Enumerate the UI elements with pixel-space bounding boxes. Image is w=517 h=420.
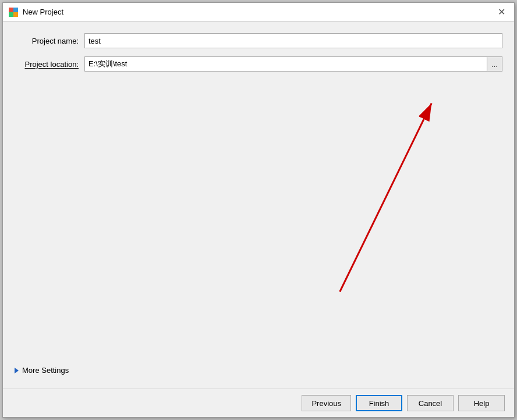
cancel-button[interactable]: Cancel bbox=[407, 395, 454, 411]
svg-rect-3 bbox=[13, 12, 18, 17]
project-location-row: Project location: ... bbox=[15, 56, 502, 72]
project-name-input[interactable] bbox=[84, 33, 502, 48]
close-button[interactable]: ✕ bbox=[494, 5, 508, 19]
project-location-label: Project location: bbox=[15, 60, 84, 69]
browse-button[interactable]: ... bbox=[487, 56, 502, 72]
svg-rect-1 bbox=[13, 8, 18, 12]
title-bar: New Project ✕ bbox=[3, 3, 514, 22]
new-project-dialog: New Project ✕ Project name: Project loca… bbox=[2, 2, 515, 418]
dialog-title: New Project bbox=[23, 8, 63, 16]
dialog-footer: Previous Finish Cancel Help bbox=[3, 389, 514, 417]
annotation-arrow bbox=[15, 80, 502, 362]
title-bar-left: New Project bbox=[9, 8, 63, 17]
dialog-body: Project name: Project location: ... bbox=[3, 22, 514, 389]
more-settings-row[interactable]: More Settings bbox=[15, 362, 502, 378]
app-icon bbox=[9, 8, 18, 17]
more-settings-label: More Settings bbox=[22, 366, 69, 375]
svg-rect-2 bbox=[9, 12, 13, 17]
more-settings-arrow-icon bbox=[15, 368, 19, 373]
svg-rect-0 bbox=[9, 8, 13, 12]
project-name-input-wrapper bbox=[84, 33, 502, 48]
project-name-row: Project name: bbox=[15, 33, 502, 48]
finish-button[interactable]: Finish bbox=[356, 395, 402, 411]
svg-line-5 bbox=[340, 104, 432, 292]
help-button[interactable]: Help bbox=[458, 395, 505, 411]
project-location-input[interactable] bbox=[84, 56, 487, 72]
previous-button[interactable]: Previous bbox=[302, 395, 351, 411]
content-area bbox=[15, 80, 502, 362]
project-name-label: Project name: bbox=[15, 37, 84, 45]
project-location-input-wrapper: ... bbox=[84, 56, 502, 72]
